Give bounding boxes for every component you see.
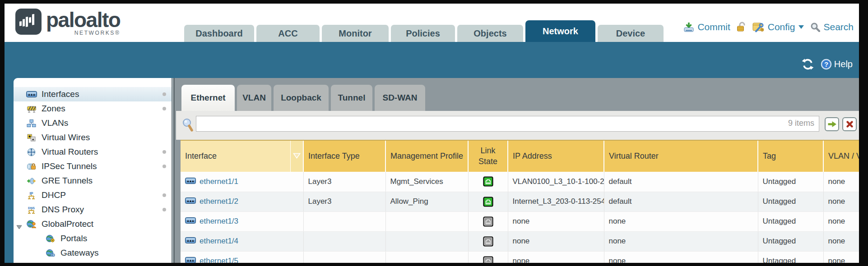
cell-ip-address: none: [508, 231, 604, 251]
green-arrow-icon: [827, 121, 837, 128]
svg-text:?: ?: [824, 60, 828, 68]
sidebar-item-gateways[interactable]: Gateways: [14, 246, 172, 260]
sidebar-item-ipsec-tunnels[interactable]: IPSec Tunnels: [14, 159, 172, 174]
nav-tab-policies[interactable]: Policies: [391, 25, 455, 42]
subtab-loopback[interactable]: Loopback: [274, 85, 329, 111]
cell-interface: ethernet1/1: [181, 172, 303, 192]
config-menu[interactable]: Config: [752, 22, 805, 32]
column-header-interface[interactable]: Interface: [181, 141, 290, 172]
sidebar-item-label: Interfaces: [42, 89, 79, 99]
subtab-ethernet[interactable]: Ethernet: [181, 85, 235, 111]
help-button[interactable]: ? Help: [821, 59, 853, 70]
link-down-icon: [483, 256, 493, 263]
item-dot: [162, 92, 166, 96]
sidebar-item-portals[interactable]: Portals: [14, 231, 172, 246]
ethernet-interface-icon: [185, 197, 196, 206]
subtab-vlan[interactable]: VLAN: [237, 85, 271, 111]
cell-interface-type: [303, 251, 385, 263]
interface-link[interactable]: ethernet1/4: [200, 237, 238, 246]
nav-tab-objects[interactable]: Objects: [457, 25, 523, 42]
clear-filter-button[interactable]: [842, 117, 857, 131]
nav-tab-device[interactable]: Device: [598, 25, 664, 42]
nav-tab-network[interactable]: Network: [525, 20, 595, 42]
nav-tab-monitor[interactable]: Monitor: [322, 25, 389, 42]
cell-virtual-router: default: [604, 172, 758, 192]
interface-link[interactable]: ethernet1/2: [200, 197, 238, 206]
top-header: paloalto NETWORKS® DashboardACCMonitorPo…: [5, 4, 859, 42]
filter-search-icon: [182, 118, 193, 133]
config-label: Config: [768, 22, 795, 32]
expand-triangle-icon[interactable]: [16, 222, 22, 232]
sidebar-item-virtual-routers[interactable]: Virtual Routers: [14, 145, 172, 159]
brand-logo: paloalto NETWORKS®: [15, 9, 120, 36]
cell-tag: Untagged: [758, 211, 823, 231]
sidebar-item-dns-proxy[interactable]: DNSDNS Proxy: [14, 202, 172, 217]
commit-icon: [683, 22, 694, 32]
cell-management-profile: [385, 211, 468, 231]
sidebar-item-label: DNS Proxy: [42, 205, 84, 215]
link-down-icon: [483, 216, 493, 227]
nav-tab-dashboard[interactable]: Dashboard: [184, 25, 254, 42]
item-dot: [162, 165, 166, 168]
sidebar-item-globalprotect[interactable]: GlobalProtect: [14, 217, 172, 231]
subtab-sd-wan[interactable]: SD-WAN: [375, 85, 425, 111]
cell-link-state: [468, 211, 508, 231]
lock-button[interactable]: [736, 22, 747, 32]
sidebar-splitter[interactable]: [172, 78, 176, 263]
apply-filter-button[interactable]: [825, 117, 839, 131]
sidebar-item-zones[interactable]: Zones: [14, 101, 172, 116]
sidebar-item-label: GRE Tunnels: [42, 176, 93, 186]
interface-type-tabs: EthernetVLANLoopbackTunnelSD-WAN: [181, 85, 425, 111]
items-count: 9 items: [788, 119, 814, 128]
ethernet-interface-icon: [185, 217, 196, 226]
nav-tab-acc[interactable]: ACC: [256, 25, 320, 42]
sidebar-item-interfaces[interactable]: Interfaces: [14, 87, 172, 101]
main-content: EthernetVLANLoopbackTunnelSD-WAN 9 items: [176, 78, 859, 263]
item-dot: [162, 193, 166, 197]
column-header-ip-address[interactable]: IP Address: [508, 141, 604, 172]
interface-link[interactable]: ethernet1/1: [200, 177, 238, 186]
ethernet-interface-icon: [185, 177, 196, 186]
table-row: ethernet1/4nonenoneUntaggednone: [181, 231, 859, 251]
search-label: Search: [823, 22, 854, 32]
app-window: paloalto NETWORKS® DashboardACCMonitorPo…: [5, 4, 859, 263]
zones-icon: [25, 105, 37, 113]
virtual-wires-icon: [25, 134, 37, 142]
sort-dropdown[interactable]: [290, 141, 303, 172]
link-up-icon: [483, 176, 493, 187]
column-header-tag[interactable]: Tag: [758, 141, 823, 172]
column-header-interface-type[interactable]: Interface Type: [303, 141, 385, 172]
sidebar-item-gre-tunnels[interactable]: GRE Tunnels: [14, 174, 172, 188]
filter-input[interactable]: [196, 116, 819, 132]
cell-vlan-virtual-wire: none: [823, 172, 859, 192]
commit-label: Commit: [697, 22, 730, 32]
cell-virtual-router: none: [604, 231, 758, 251]
column-header-vlan-virtual-wire[interactable]: VLAN / Virtual Wire: [823, 141, 859, 172]
search-button[interactable]: Search: [810, 22, 854, 32]
cell-ip-address: Internet_L3_203-0-113-254--24: [508, 192, 604, 211]
column-header-link-state[interactable]: Link State: [468, 141, 508, 172]
commit-button[interactable]: Commit: [683, 22, 730, 32]
cell-virtual-router: default: [604, 192, 758, 211]
vlans-icon: [25, 119, 37, 127]
sidebar-item-label: IPSec Tunnels: [42, 161, 97, 171]
red-x-icon: [846, 120, 854, 128]
cell-interface: ethernet1/2: [181, 192, 303, 211]
column-header-virtual-router[interactable]: Virtual Router: [604, 141, 758, 172]
help-icon: ?: [821, 59, 832, 70]
sidebar-item-dhcp[interactable]: IPDHCP: [14, 188, 172, 202]
table-row: ethernet1/5nonenoneUntaggednone: [181, 251, 859, 263]
interfaces-table-container: InterfaceInterface TypeManagement Profil…: [181, 140, 859, 263]
column-header-management-profile[interactable]: Management Profile: [385, 141, 468, 172]
sidebar-item-vlans[interactable]: VLANs: [14, 116, 172, 130]
filter-field: 9 items: [196, 116, 819, 132]
refresh-icon[interactable]: [802, 59, 814, 70]
interface-link[interactable]: ethernet1/5: [200, 257, 238, 263]
cell-management-profile: [385, 251, 468, 263]
sidebar-item-virtual-wires[interactable]: Virtual Wires: [14, 130, 172, 145]
interface-link[interactable]: ethernet1/3: [200, 217, 238, 226]
subtab-tunnel[interactable]: Tunnel: [331, 85, 372, 111]
gateways-icon: [44, 249, 56, 257]
paloalto-logo-icon: [15, 9, 42, 35]
cell-interface: ethernet1/4: [181, 231, 303, 251]
